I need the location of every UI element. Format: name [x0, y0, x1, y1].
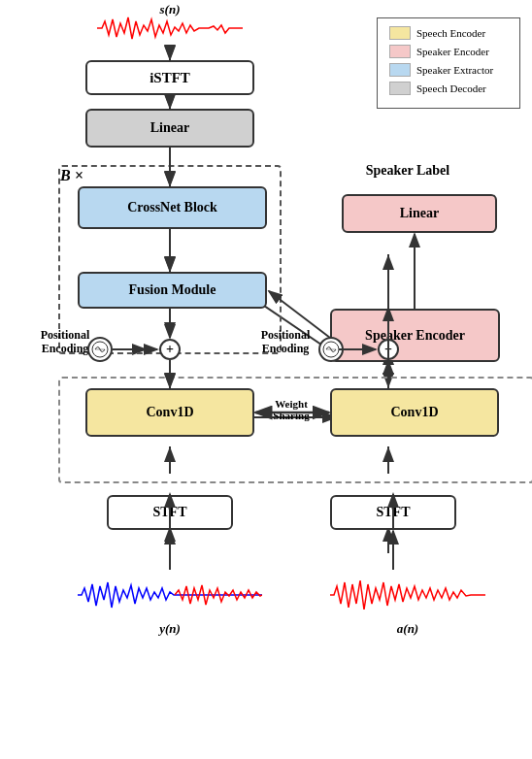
stft-left-box: STFT — [107, 495, 233, 530]
legend-color-speech-decoder — [389, 82, 411, 95]
add-node-right: + — [378, 339, 399, 360]
b-times-label: B × — [60, 167, 83, 184]
fusion-box: Fusion Module — [78, 272, 267, 309]
s-n-waveform — [97, 12, 243, 46]
conv1d-left-box: Conv1D — [85, 388, 254, 437]
istft-box: iSTFT — [85, 60, 254, 95]
diagram: Speech Encoder Speaker Encoder Speaker E… — [0, 0, 532, 759]
linear-right-box: Linear — [342, 194, 497, 233]
stft-right-box: STFT — [330, 495, 456, 530]
legend-item-speech-encoder: Speech Encoder — [389, 26, 508, 40]
conv1d-right-box: Conv1D — [330, 388, 499, 437]
legend-color-speaker-extractor — [389, 63, 411, 77]
y-n-waveform — [78, 571, 262, 619]
legend-item-speech-decoder: Speech Decoder — [389, 82, 508, 95]
legend: Speech Encoder Speaker Encoder Speaker E… — [377, 17, 520, 109]
pe-circle-right — [318, 337, 344, 362]
pe-circle-left — [87, 337, 113, 362]
legend-label-speaker-extractor: Speaker Extractor — [416, 64, 493, 76]
legend-label-speech-encoder: Speech Encoder — [416, 27, 485, 39]
legend-item-speaker-encoder: Speaker Encoder — [389, 45, 508, 58]
a-n-label: a(n) — [379, 621, 437, 637]
legend-label-speaker-encoder: Speaker Encoder — [416, 46, 489, 57]
y-n-label: y(n) — [141, 621, 199, 637]
speaker-label-text: Speaker Label — [340, 163, 476, 179]
linear-left-box: Linear — [85, 109, 254, 148]
pe-right-label: PositionalEncoding — [248, 328, 323, 356]
legend-color-speech-encoder — [389, 26, 411, 40]
a-n-waveform — [330, 571, 485, 619]
weight-sharing-label: WeightSharing — [257, 398, 325, 421]
speaker-encoder-box: Speaker Encoder — [330, 309, 500, 362]
legend-color-speaker-encoder — [389, 45, 411, 58]
add-node-left: + — [159, 339, 181, 360]
crossnet-box: CrossNet Block — [78, 186, 267, 229]
legend-item-speaker-extractor: Speaker Extractor — [389, 63, 508, 77]
legend-label-speech-decoder: Speech Decoder — [416, 82, 486, 94]
